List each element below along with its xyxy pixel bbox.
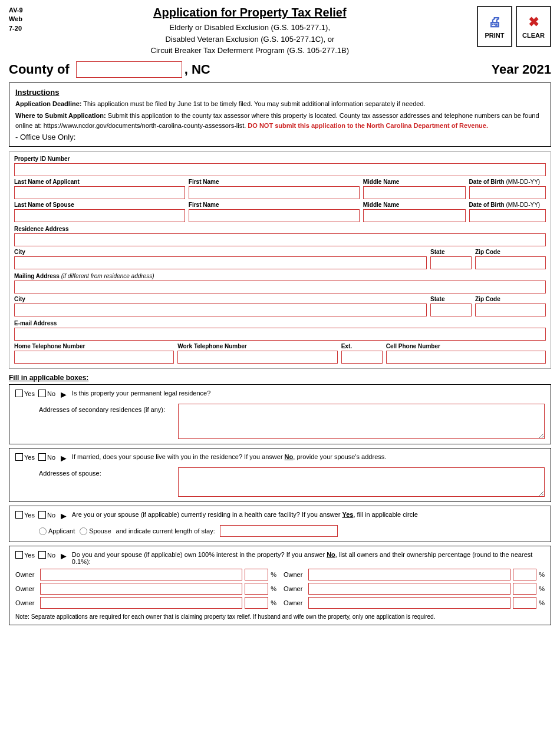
instructions-box: Instructions Application Deadline: This … — [9, 83, 551, 147]
owner-6-pct-input[interactable] — [513, 597, 536, 609]
print-button[interactable]: 🖨 PRINT — [477, 6, 512, 47]
owners-right-col: Owner % Owner % Owner % — [284, 569, 545, 611]
email-input[interactable] — [14, 328, 546, 341]
last-name-spouse-input[interactable] — [14, 209, 185, 222]
length-of-stay-label: and indicate current length of stay: — [116, 527, 215, 535]
q4-no-label[interactable]: No — [38, 551, 55, 559]
ext-label: Ext. — [341, 343, 383, 349]
last-name-applicant-label: Last Name of Applicant — [14, 179, 185, 185]
owner-3-pct-input[interactable] — [245, 597, 268, 609]
q2-no-checkbox[interactable] — [38, 453, 46, 461]
q3-applicant-radio[interactable] — [39, 527, 47, 535]
q2-yes-label[interactable]: Yes — [15, 453, 35, 461]
mailing-address-input[interactable] — [14, 281, 546, 293]
q2-yes-checkbox[interactable] — [15, 453, 23, 461]
q1-arrow-icon: ► — [59, 390, 68, 400]
deadline-text: Application Deadline: This application m… — [15, 99, 545, 109]
dob-spouse-input[interactable] — [469, 209, 546, 222]
owner-5-label: Owner — [284, 585, 306, 592]
question-2-box: Yes No ► If married, does your spouse li… — [9, 448, 551, 502]
header-buttons: 🖨 PRINT ✖ CLEAR — [477, 6, 551, 47]
owner-4-row: Owner % — [284, 569, 545, 580]
q3-applicant-label[interactable]: Applicant — [39, 527, 75, 535]
form-fields-section: Property ID Number Last Name of Applican… — [9, 151, 551, 369]
owner-1-row: Owner % — [15, 569, 276, 580]
q3-spouse-radio[interactable] — [80, 527, 87, 535]
state-label: State — [430, 249, 472, 255]
state-input[interactable] — [430, 256, 472, 269]
q1-no-label[interactable]: No — [38, 390, 55, 397]
first-name-input[interactable] — [189, 186, 360, 199]
mailing-city-label: City — [14, 296, 427, 302]
question-3-box: Yes No ► Are you or your spouse (if appl… — [9, 506, 551, 542]
q3-yes-checkbox[interactable] — [15, 511, 23, 519]
owner-2-input[interactable] — [40, 583, 242, 595]
first-name-spouse-input[interactable] — [189, 209, 360, 222]
owner-6-pct-label: % — [539, 599, 545, 606]
q1-yes-checkbox[interactable] — [15, 390, 23, 397]
q3-yes-label[interactable]: Yes — [15, 511, 35, 519]
q4-yes-checkbox[interactable] — [15, 551, 23, 559]
owners-left-col: Owner % Owner % Owner % — [15, 569, 276, 611]
q4-no-checkbox[interactable] — [38, 551, 46, 559]
home-phone-label: Home Telephone Number — [14, 343, 174, 349]
mailing-city-input[interactable] — [14, 303, 427, 316]
fill-section-title: Fill in applicable boxes: — [9, 374, 551, 382]
owner-5-row: Owner % — [284, 583, 545, 595]
last-name-applicant-input[interactable] — [14, 186, 185, 199]
mailing-zip-label: Zip Code — [475, 296, 546, 302]
owner-5-input[interactable] — [308, 583, 510, 595]
owner-6-input[interactable] — [308, 597, 510, 609]
property-id-label: Property ID Number — [14, 156, 546, 162]
office-use-label: - Office Use Only: — [15, 133, 545, 141]
q3-question-text: Are you or your spouse (if applicable) c… — [72, 511, 545, 518]
length-of-stay-input[interactable] — [220, 525, 338, 537]
owner-1-input[interactable] — [40, 569, 242, 580]
q3-spouse-label[interactable]: Spouse — [80, 527, 111, 535]
cell-phone-input[interactable] — [386, 351, 546, 364]
owner-3-row: Owner % — [15, 597, 276, 609]
q2-arrow-icon: ► — [59, 453, 68, 464]
q4-question-text: Do you and your spouse (if applicable) o… — [72, 551, 545, 565]
county-input[interactable] — [76, 61, 182, 78]
q1-no-checkbox[interactable] — [38, 390, 46, 397]
question-1-box: Yes No ► Is this property your permanent… — [9, 384, 551, 444]
owner-1-pct-input[interactable] — [245, 569, 268, 580]
q4-yes-label[interactable]: Yes — [15, 551, 35, 559]
zip-input[interactable] — [475, 256, 546, 269]
owner-5-pct-input[interactable] — [513, 583, 536, 595]
residence-address-label: Residence Address — [14, 226, 546, 232]
dob-label: Date of Birth (MM-DD-YY) — [469, 179, 546, 185]
q1-yes-label[interactable]: Yes — [15, 390, 35, 397]
q3-arrow-icon: ► — [59, 511, 68, 522]
middle-name-spouse-input[interactable] — [363, 209, 466, 222]
owner-6-row: Owner % — [284, 597, 545, 609]
spouse-address-input[interactable] — [178, 467, 545, 497]
home-phone-input[interactable] — [14, 351, 174, 364]
mailing-state-label: State — [430, 296, 472, 302]
property-id-input[interactable] — [14, 163, 546, 176]
middle-name-input[interactable] — [363, 186, 466, 199]
q2-no-label[interactable]: No — [38, 453, 55, 461]
work-phone-input[interactable] — [177, 351, 337, 364]
clear-button[interactable]: ✖ CLEAR — [516, 6, 551, 47]
q2-question-text: If married, does your spouse live with y… — [72, 453, 545, 460]
owner-5-pct-label: % — [539, 585, 545, 592]
print-icon: 🖨 — [488, 15, 501, 30]
owner-3-input[interactable] — [40, 597, 242, 609]
owner-4-input[interactable] — [308, 569, 510, 580]
residence-address-input[interactable] — [14, 233, 546, 246]
first-name-label: First Name — [189, 179, 360, 185]
q3-no-checkbox[interactable] — [38, 511, 46, 519]
city-input[interactable] — [14, 256, 427, 269]
owner-4-label: Owner — [284, 571, 306, 578]
ext-input[interactable] — [341, 351, 383, 364]
owner-2-pct-input[interactable] — [245, 583, 268, 595]
dob-input[interactable] — [469, 186, 546, 199]
secondary-address-input[interactable] — [178, 404, 545, 439]
owner-4-pct-label: % — [539, 571, 545, 578]
mailing-zip-input[interactable] — [475, 303, 546, 316]
owner-4-pct-input[interactable] — [513, 569, 536, 580]
q3-no-label[interactable]: No — [38, 511, 55, 519]
mailing-state-input[interactable] — [430, 303, 472, 316]
